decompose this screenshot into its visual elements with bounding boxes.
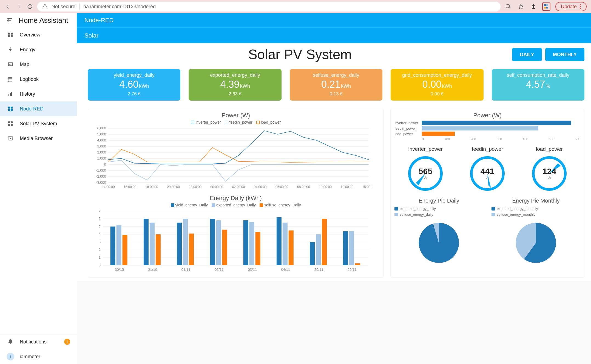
back-icon[interactable] [4,3,12,10]
svg-rect-83 [156,234,161,265]
power-line-chart[interactable]: -3,000-2,000-1,00001,0002,0003,0004,0005… [92,127,371,190]
svg-rect-81 [144,219,149,265]
power-hbar-chart[interactable]: inverter_powerfeedin_powerload_power0100… [394,120,580,141]
update-button[interactable]: Update [555,2,587,11]
sidebar-item-nodered[interactable]: Node-RED [0,101,77,116]
svg-text:02/11: 02/11 [215,268,224,272]
svg-text:06:00:00: 06:00:00 [275,185,288,189]
extension-ha-icon[interactable] [542,2,550,11]
sidebar-item-history[interactable]: History [0,87,77,101]
svg-text:02:00:00: 02:00:00 [232,185,245,189]
svg-text:29/11: 29/11 [314,268,323,272]
svg-rect-6 [8,33,10,35]
sidebar-item-media[interactable]: Media Browser [0,131,77,146]
svg-text:31/10: 31/10 [148,268,157,272]
address-bar[interactable]: Not secure ha.iammeter.com:18123/nodered [37,2,501,12]
svg-rect-93 [243,220,248,265]
nodered-icon [7,105,14,113]
svg-text:W: W [486,176,490,180]
svg-text:124: 124 [542,167,556,176]
metric-tile[interactable]: grid_consumption_energy_daily0.00kWh0.00… [391,69,483,101]
metric-tile[interactable]: yield_energy_daily4.60kWh2.76 € [88,69,180,101]
energy-icon [7,46,14,53]
sidebar-notifications[interactable]: Notifications 1 [0,334,77,349]
svg-rect-107 [355,263,360,265]
svg-rect-22 [8,121,10,123]
svg-text:-3,000: -3,000 [96,180,106,184]
svg-rect-103 [322,219,327,265]
sidebar-user[interactable]: i iammeter [0,349,77,364]
svg-point-4 [580,6,581,7]
svg-text:14:00:00: 14:00:00 [102,185,115,189]
star-icon[interactable] [517,3,525,10]
pie-daily-chart[interactable] [417,221,461,265]
sidebar-item-logbook[interactable]: Logbook [0,72,77,87]
svg-rect-19 [11,107,13,109]
metric-tile[interactable]: self_consumption_rate_daily4.57% [492,69,584,101]
svg-rect-87 [189,234,194,265]
svg-text:565: 565 [419,167,433,176]
extensions-icon[interactable] [530,3,537,10]
power-chart-title: Power (W) [92,112,380,119]
svg-rect-8 [8,35,10,37]
sidebar: Home Assistant Overview Energy Map Logbo… [0,13,77,364]
range-daily-button[interactable]: DAILY [512,48,542,61]
metric-tiles: yield_energy_daily4.60kWh2.76 €exported_… [88,69,584,101]
svg-text:7: 7 [99,209,101,213]
forward-icon[interactable] [15,3,22,10]
svg-text:3: 3 [99,240,101,244]
svg-text:04/11: 04/11 [281,268,290,272]
svg-rect-98 [283,223,288,265]
url-text: ha.iammeter.com:18123/nodered [83,4,156,10]
svg-rect-21 [11,109,13,111]
header-title: Node-RED [77,13,591,27]
svg-text:6,000: 6,000 [97,127,106,130]
header-subtitle: Solar [77,27,591,43]
svg-point-13 [8,80,8,80]
svg-text:04:00:00: 04:00:00 [254,185,267,189]
metric-tile[interactable]: exported_energy_daily4.39kWh2.63 € [189,69,281,101]
pie-monthly-chart[interactable] [514,221,558,265]
svg-rect-15 [8,94,9,96]
sidebar-item-map[interactable]: Map [0,57,77,72]
svg-text:5,000: 5,000 [97,132,106,136]
svg-rect-94 [249,222,254,265]
hbar-title: Power (W) [394,112,580,119]
svg-rect-85 [177,223,182,265]
metric-tile[interactable]: selfuse_energy_daily0.21kWh0.13 € [290,69,382,101]
energy-bar-chart[interactable]: 0123456730/1031/1001/1102/1103/1104/1129… [92,209,371,272]
history-icon [7,90,14,98]
browser-toolbar: Not secure ha.iammeter.com:18123/nodered… [0,0,591,13]
svg-text:441: 441 [481,167,495,176]
energy-chart-title: Energy Daily (kWh) [92,195,380,202]
range-monthly-button[interactable]: MONTHLY [545,48,584,61]
svg-text:5: 5 [99,224,101,229]
svg-rect-1 [45,7,45,8]
svg-text:03/11: 03/11 [248,268,257,272]
sidebar-item-energy[interactable]: Energy [0,42,77,57]
svg-text:00:00:00: 00:00:00 [210,185,223,189]
svg-text:-1,000: -1,000 [96,168,106,172]
svg-rect-91 [222,230,227,265]
zoom-icon[interactable] [504,3,512,10]
svg-text:29/11: 29/11 [348,268,357,272]
reload-icon[interactable] [26,3,33,10]
not-secure-icon [42,3,48,10]
logbook-icon [7,75,14,83]
pie-monthly-legend: exported_energy_monthly selfuse_energy_m… [491,206,580,218]
gauge-inverter_power[interactable]: inverter_power565W [406,146,445,193]
sidebar-item-solar[interactable]: Solar PV System [0,116,77,131]
svg-text:4: 4 [99,232,101,236]
svg-text:W: W [547,176,551,180]
notif-badge: 1 [64,339,70,345]
menu-icon[interactable] [7,17,13,24]
svg-rect-99 [289,231,294,265]
gauge-feedin_power[interactable]: feedin_power441W [468,146,507,193]
svg-rect-0 [45,5,45,7]
sidebar-item-overview[interactable]: Overview [0,27,77,42]
svg-rect-23 [11,121,13,123]
svg-text:6: 6 [99,217,101,221]
map-icon [7,61,14,68]
gauge-load_power[interactable]: load_power124W [530,146,569,193]
pie-daily-title: Energy Pie Daily [394,198,483,204]
